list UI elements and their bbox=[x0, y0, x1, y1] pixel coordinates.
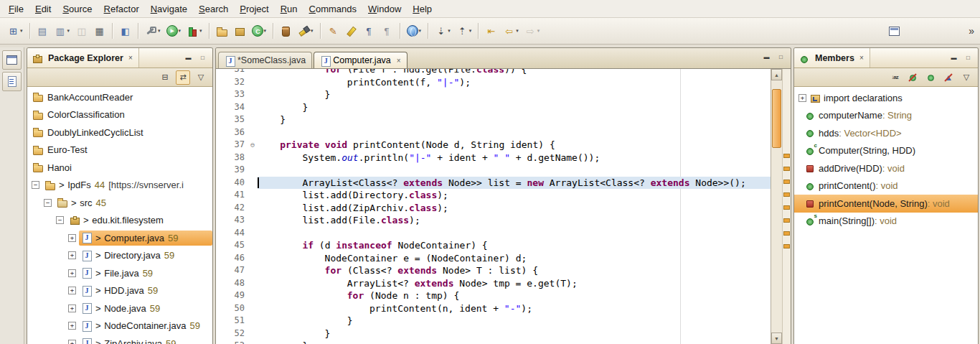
toolbar-overflow-chevron[interactable]: » bbox=[967, 25, 976, 37]
code-line-50[interactable]: 50printContent(n, ident + "-"); bbox=[216, 302, 771, 315]
external-tools-button[interactable]: ▾ bbox=[143, 21, 163, 41]
tree-item-node-java[interactable]: +> Node.java59 bbox=[27, 299, 212, 317]
dropdown-arrow-icon[interactable]: ▾ bbox=[158, 28, 161, 34]
code-line-40[interactable]: 40ArrayList<Class<? extends Node>> list … bbox=[216, 177, 771, 190]
forward-button[interactable]: ⇨▾ bbox=[522, 21, 542, 41]
dropdown-arrow-icon[interactable]: ▾ bbox=[419, 28, 422, 34]
expander-minus-icon[interactable]: − bbox=[56, 216, 64, 224]
code-line-37[interactable]: 37⊖private void printContent(Node d, Str… bbox=[216, 139, 771, 152]
dropdown-arrow-icon[interactable]: ▾ bbox=[199, 28, 202, 34]
dropdown-arrow-icon[interactable]: ▾ bbox=[264, 28, 267, 34]
last-edit-button[interactable]: ✎ bbox=[325, 21, 341, 41]
scroll-down-arrow[interactable]: ▼ bbox=[771, 333, 782, 344]
back-button[interactable]: ⇦▾ bbox=[501, 21, 521, 41]
new-wizard-button[interactable]: ⊞▾ bbox=[5, 21, 25, 41]
print-button[interactable]: ▦ bbox=[91, 21, 108, 41]
tree-item-colorclassification[interactable]: ColorClassification bbox=[27, 106, 212, 124]
maximize-view-button[interactable]: □ bbox=[963, 53, 974, 62]
menu-source[interactable]: Source bbox=[57, 1, 98, 17]
new-java-project-button[interactable] bbox=[214, 21, 230, 41]
tree-item-bankaccountreader[interactable]: BankAccountReader bbox=[27, 88, 212, 106]
show-whitespace-button[interactable]: ¶ bbox=[361, 21, 377, 41]
code-line-45[interactable]: 45if (d instanceof NodeContainer) { bbox=[216, 239, 771, 252]
minimize-editor-button[interactable]: ▬ bbox=[761, 52, 772, 62]
maximize-view-button[interactable]: □ bbox=[197, 53, 208, 62]
expander-plus-icon[interactable]: + bbox=[68, 340, 76, 344]
new-class-button[interactable]: ▾ bbox=[250, 21, 269, 41]
close-view-icon[interactable]: × bbox=[858, 54, 865, 62]
member-computername[interactable]: computerName : String bbox=[794, 107, 978, 125]
close-tab-icon[interactable]: × bbox=[397, 57, 401, 65]
view-menu-button[interactable]: ▽ bbox=[959, 70, 974, 85]
last-edit-location-button[interactable]: ⇤ bbox=[483, 21, 499, 41]
web-browser-button[interactable]: ▾ bbox=[405, 21, 424, 41]
code-line-36[interactable]: 36 bbox=[216, 126, 771, 139]
member-printcontent[interactable]: printContent() : void bbox=[794, 177, 978, 195]
save-button[interactable]: ◫ bbox=[73, 21, 90, 41]
new-package-button[interactable] bbox=[232, 21, 248, 41]
occurrence-marker[interactable] bbox=[783, 205, 790, 210]
member-computer-string-hdd[interactable]: cComputer(String, HDD) bbox=[794, 142, 978, 160]
dropdown-arrow-icon[interactable]: ▾ bbox=[537, 28, 540, 34]
minimized-view-button[interactable] bbox=[2, 72, 22, 91]
member-main-string[interactable]: smain(String[]) : void bbox=[794, 213, 978, 231]
menu-navigate[interactable]: Navigate bbox=[145, 1, 193, 17]
tree-item-euro-test[interactable]: Euro-Test bbox=[27, 141, 212, 159]
expander-minus-icon[interactable]: − bbox=[32, 181, 39, 189]
tree-item-computer-java[interactable]: +> Computer.java59 bbox=[27, 229, 212, 247]
open-perspective-button[interactable] bbox=[887, 21, 902, 41]
expander-plus-icon[interactable]: + bbox=[68, 322, 76, 330]
code-line-39[interactable]: 39 bbox=[216, 164, 771, 177]
open-file-button[interactable]: ▥▾ bbox=[52, 21, 72, 41]
code-line-32[interactable]: 32printContent(f, "|-"); bbox=[216, 76, 771, 89]
expander-plus-icon[interactable]: + bbox=[68, 305, 76, 312]
expander-minus-icon[interactable]: − bbox=[44, 199, 52, 207]
code-line-53[interactable]: 53} bbox=[216, 340, 771, 344]
menu-edit[interactable]: Edit bbox=[29, 1, 57, 17]
coverage-button[interactable]: ▾ bbox=[184, 21, 204, 41]
tree-item-hanoi[interactable]: Hanoi bbox=[27, 159, 212, 177]
tree-item-file-java[interactable]: +> File.java59 bbox=[27, 264, 212, 282]
scrollbar-thumb[interactable] bbox=[772, 89, 781, 148]
code-line-48[interactable]: 48ArrayList<? extends Node> tmp = e.get(… bbox=[216, 277, 771, 290]
view-menu-button[interactable]: ▽ bbox=[194, 70, 208, 85]
run-button[interactable]: ▾ bbox=[164, 21, 184, 41]
menu-file[interactable]: File bbox=[3, 1, 29, 17]
dropdown-arrow-icon[interactable]: ▾ bbox=[448, 28, 451, 34]
hide-local-types-button[interactable] bbox=[941, 70, 956, 85]
code-line-41[interactable]: 41list.add(Directory.class); bbox=[216, 189, 771, 202]
sort-button[interactable]: ↓az bbox=[887, 70, 902, 85]
dropdown-arrow-icon[interactable]: ▾ bbox=[469, 28, 472, 34]
member-printcontent-node-string[interactable]: printContent(Node, String) : void bbox=[794, 195, 978, 213]
code-line-51[interactable]: 51} bbox=[216, 315, 771, 327]
tree-item-doublylinkedcycliclist[interactable]: DoublyLinkedCyclicList bbox=[27, 124, 212, 141]
dropdown-arrow-icon[interactable]: ▾ bbox=[67, 28, 70, 34]
tree-item-ipdfs[interactable]: −> IpdFs44[https://svnserver.i bbox=[27, 177, 212, 195]
occurrence-marker[interactable] bbox=[783, 192, 790, 197]
breakpoints-button[interactable]: ◧ bbox=[117, 21, 133, 41]
tree-item-ziparchiv-java[interactable]: +> ZipArchiv.java59 bbox=[27, 335, 212, 344]
dropdown-arrow-icon[interactable]: ▾ bbox=[311, 28, 314, 34]
occurrence-marker[interactable] bbox=[783, 180, 790, 184]
editor-vertical-scrollbar[interactable]: ▲ ▼ bbox=[771, 69, 782, 344]
dropdown-arrow-icon[interactable]: ▾ bbox=[179, 28, 182, 34]
tree-item-directory-java[interactable]: +> Directory.java59 bbox=[27, 247, 212, 265]
restore-views-button[interactable] bbox=[2, 50, 22, 70]
dropdown-arrow-icon[interactable]: ▾ bbox=[516, 28, 519, 34]
occurrence-marker[interactable] bbox=[783, 231, 790, 236]
tree-item-hdd-java[interactable]: +> HDD.java59 bbox=[27, 282, 212, 300]
code-line-52[interactable]: 52} bbox=[216, 327, 771, 340]
tree-item-edu-kit-filesystem[interactable]: −> edu.kit.filesystem bbox=[27, 212, 212, 230]
code-line-46[interactable]: 46NodeContainer e = (NodeContainer) d; bbox=[216, 252, 771, 265]
hide-fields-button[interactable] bbox=[905, 70, 920, 85]
member-import-declarations[interactable]: +import declarations bbox=[794, 89, 978, 107]
code-line-33[interactable]: 33} bbox=[216, 88, 771, 101]
code-line-31[interactable]: 31for (File f : hdd.get(File.class)) { bbox=[216, 69, 771, 76]
code-line-34[interactable]: 34} bbox=[216, 101, 771, 114]
tree-item-nodecontainer-java[interactable]: +> NodeContainer.java59 bbox=[27, 317, 212, 335]
package-explorer-tab[interactable]: Package Explorer × bbox=[27, 48, 139, 68]
occurrence-marker[interactable] bbox=[783, 154, 790, 158]
editor-tab-someclass-java[interactable]: *SomeClass.java bbox=[218, 52, 312, 68]
menu-run[interactable]: Run bbox=[275, 1, 303, 17]
menu-window[interactable]: Window bbox=[362, 1, 407, 17]
